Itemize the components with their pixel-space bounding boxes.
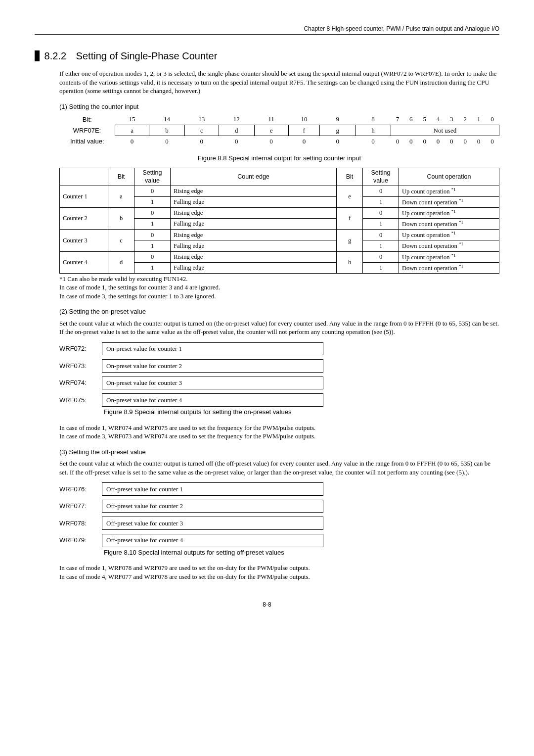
initial-val: 0 xyxy=(254,136,288,147)
ct-bit2: f xyxy=(337,208,363,230)
counter-table: Bit Setting value Count edge Bit Setting… xyxy=(59,168,499,274)
note-mode1: In case of mode 1, the settings for coun… xyxy=(59,283,499,292)
ct-h6: Count operation xyxy=(399,168,499,186)
wrf-label: WRF077: xyxy=(59,500,102,513)
on-preset-table: WRF072:On-preset value for counter 1 WRF… xyxy=(59,342,323,407)
wrf-label: WRF078: xyxy=(59,517,102,530)
ct-bit2: h xyxy=(337,251,363,273)
initial-val: 0 xyxy=(418,136,431,147)
bit: 14 xyxy=(149,114,185,125)
ct-sv2: 1 xyxy=(363,197,399,208)
ct-sv: 1 xyxy=(134,262,171,273)
ct-sv2: 0 xyxy=(363,251,399,262)
ct-bit: c xyxy=(108,230,134,251)
wrf-box: Off-preset value for counter 4 xyxy=(102,534,323,547)
part1-title: (1) Setting the counter input xyxy=(59,102,499,111)
part2-note1: In case of mode 1, WRF074 and WRF075 are… xyxy=(59,424,499,432)
bit: 9 xyxy=(320,114,356,125)
wrf-label: WRF075: xyxy=(59,394,102,407)
ct-op: Up count operation *1 xyxy=(399,208,499,219)
ct-op: Up count operation *1 xyxy=(399,251,499,262)
ct-edge: Falling edge xyxy=(171,197,337,208)
bit: 8 xyxy=(356,114,391,125)
ct-sv2: 1 xyxy=(363,240,399,251)
ct-bit2: e xyxy=(337,186,363,208)
ct-op: Up count operation *1 xyxy=(399,230,499,240)
bit-cell: g xyxy=(320,125,356,136)
wrf-label: WRF07E: xyxy=(59,125,115,136)
ct-h5: Setting value xyxy=(363,168,399,186)
initial-val: 0 xyxy=(486,136,499,147)
page-number: 8-8 xyxy=(35,601,499,609)
chapter-header: Chapter 8 High-speed counter, PWM / Puls… xyxy=(35,25,499,35)
bit: 3 xyxy=(445,114,458,125)
note-star: *1 Can also be made valid by executing F… xyxy=(59,275,499,284)
ct-name: Counter 4 xyxy=(60,251,108,273)
off-preset-table: WRF076:Off-preset value for counter 1 WR… xyxy=(59,482,323,547)
ct-h3: Count edge xyxy=(171,168,337,186)
ct-bit: a xyxy=(108,186,134,208)
ct-sv: 0 xyxy=(134,251,171,262)
ct-edge: Falling edge xyxy=(171,262,337,273)
ct-edge: Rising edge xyxy=(171,208,337,219)
ct-name: Counter 3 xyxy=(60,230,108,251)
not-used-cell: Not used xyxy=(391,125,499,136)
ct-h4: Bit xyxy=(337,168,363,186)
figure-8-9-caption: Figure 8.9 Special internal outputs for … xyxy=(104,408,499,417)
bit-cell: d xyxy=(219,125,254,136)
ct-sv: 0 xyxy=(134,208,171,219)
wrf-label: WRF074: xyxy=(59,377,102,389)
note-mode3: In case of mode 3, the settings for coun… xyxy=(59,292,499,301)
bit-cell: a xyxy=(115,125,149,136)
ct-sv: 1 xyxy=(134,240,171,251)
ct-op: Down count operation *1 xyxy=(399,197,499,208)
bit-row-label: Bit: xyxy=(59,114,115,125)
initial-val: 0 xyxy=(149,136,185,147)
heading-bar-icon xyxy=(35,50,40,61)
initial-val: 0 xyxy=(472,136,485,147)
wrf-label: WRF076: xyxy=(59,483,102,496)
bit: 1 xyxy=(472,114,485,125)
figure-8-8-caption: Figure 8.8 Special internal output for s… xyxy=(59,154,499,163)
bit: 6 xyxy=(404,114,418,125)
ct-name: Counter 1 xyxy=(60,186,108,208)
ct-sv: 0 xyxy=(134,186,171,197)
section-title: Setting of Single-Phase Counter xyxy=(76,50,218,61)
bit-cell: f xyxy=(288,125,320,136)
initial-val: 0 xyxy=(404,136,418,147)
bit-table: Bit: 15 14 13 12 11 10 9 8 7 6 5 4 3 2 1… xyxy=(59,114,499,147)
ct-sv: 1 xyxy=(134,219,171,230)
wrf-box: Off-preset value for counter 2 xyxy=(102,500,323,513)
ct-sv2: 0 xyxy=(363,230,399,240)
bit: 5 xyxy=(418,114,431,125)
ct-sv2: 0 xyxy=(363,186,399,197)
ct-sv2: 1 xyxy=(363,262,399,273)
initial-val: 0 xyxy=(431,136,445,147)
part3-note4: In case of mode 4, WRF077 and WRF078 are… xyxy=(59,572,499,581)
ct-edge: Rising edge xyxy=(171,230,337,240)
initial-val: 0 xyxy=(320,136,356,147)
part3-desc: Set the count value at which the counter… xyxy=(59,459,499,476)
ct-bit2: g xyxy=(337,230,363,251)
initial-label: Initial value: xyxy=(59,136,115,147)
wrf-box: On-preset value for counter 3 xyxy=(102,377,323,389)
initial-val: 0 xyxy=(356,136,391,147)
ct-op: Down count operation *1 xyxy=(399,262,499,273)
initial-val: 0 xyxy=(445,136,458,147)
wrf-label: WRF072: xyxy=(59,342,102,355)
initial-val: 0 xyxy=(288,136,320,147)
bit: 0 xyxy=(486,114,499,125)
figure-8-10-caption: Figure 8.10 Special internal outputs for… xyxy=(104,548,499,557)
initial-val: 0 xyxy=(391,136,404,147)
section-heading: 8.2.2 Setting of Single-Phase Counter xyxy=(35,49,499,63)
ct-h1: Bit xyxy=(108,168,134,186)
wrf-label: WRF073: xyxy=(59,360,102,373)
ct-sv: 0 xyxy=(134,230,171,240)
wrf-box: Off-preset value for counter 3 xyxy=(102,517,323,530)
bit-cell: c xyxy=(184,125,219,136)
section-intro: If either one of operation modes 1, 2, o… xyxy=(59,69,499,95)
initial-val: 0 xyxy=(219,136,254,147)
part2-note3: In case of mode 3, WRF073 and WRF074 are… xyxy=(59,432,499,441)
wrf-box: Off-preset value for counter 1 xyxy=(102,483,323,496)
ct-bit: d xyxy=(108,251,134,273)
